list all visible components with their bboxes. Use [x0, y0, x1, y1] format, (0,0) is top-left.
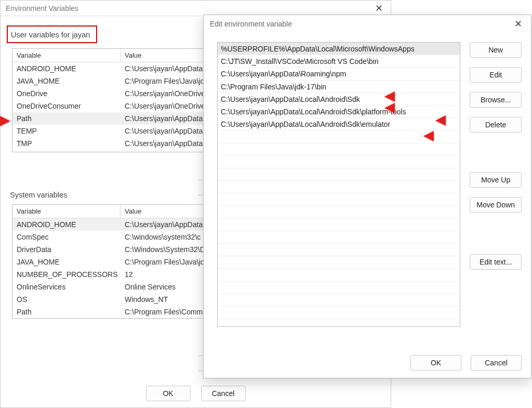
var-name-cell: Path — [12, 113, 121, 124]
var-name-cell: OneDrive — [12, 88, 121, 99]
list-item[interactable] — [218, 168, 460, 181]
list-item[interactable]: C:\Users\jayan\AppData\Local\Android\Sdk… — [218, 106, 460, 118]
list-item[interactable] — [218, 282, 460, 294]
list-item[interactable] — [218, 294, 460, 307]
list-item[interactable] — [218, 130, 460, 143]
edit-button[interactable]: Edit — [470, 67, 522, 83]
list-item[interactable] — [218, 143, 460, 156]
list-item[interactable]: C:\Users\jayan\AppData\Local\Android\Sdk — [218, 93, 460, 106]
edit-dialog-titlebar: Edit environment variable ✕ — [204, 15, 531, 33]
ok-button[interactable]: OK — [146, 386, 191, 401]
var-name-cell: ANDROID_HOME — [12, 219, 121, 230]
cancel-button[interactable]: Cancel — [201, 386, 246, 401]
list-item[interactable] — [218, 231, 460, 244]
var-name-cell: NUMBER_OF_PROCESSORS — [12, 269, 121, 280]
list-item[interactable] — [218, 156, 460, 168]
list-item[interactable] — [218, 307, 460, 319]
close-icon[interactable]: ✕ — [372, 3, 385, 14]
list-item[interactable] — [218, 181, 460, 193]
env-dialog-titlebar: Environment Variables ✕ — [1, 1, 391, 16]
edit-dialog-title: Edit environment variable — [210, 20, 511, 28]
user-col-variable[interactable]: Variable — [12, 49, 121, 62]
var-name-cell: OnlineServices — [12, 282, 121, 292]
list-item[interactable]: C:\Program Files\Java\jdk-17\bin — [218, 81, 460, 93]
move-down-button[interactable]: Move Down — [470, 197, 522, 213]
var-name-cell: ComSpec — [12, 232, 121, 242]
close-icon[interactable]: ✕ — [511, 18, 525, 30]
list-item[interactable]: C:\Users\jayan\AppData\Roaming\npm — [218, 68, 460, 80]
var-name-cell: TMP — [12, 138, 121, 149]
var-name-cell: JAVA_HOME — [12, 257, 121, 267]
list-item[interactable] — [218, 269, 460, 281]
edit-dialog-bottom-buttons: OK Cancel — [410, 355, 522, 371]
list-item[interactable] — [218, 206, 460, 218]
var-name-cell: ANDROID_HOME — [12, 63, 121, 74]
list-item[interactable]: %USERPROFILE%\AppData\Local\Microsoft\Wi… — [218, 43, 460, 55]
sys-col-variable[interactable]: Variable — [12, 205, 121, 218]
ok-button[interactable]: OK — [410, 355, 461, 371]
edit-dialog-body: %USERPROFILE%\AppData\Local\Microsoft\Wi… — [204, 33, 531, 336]
edit-dialog-side-buttons: New Edit Browse... Delete Move Up Move D… — [470, 42, 522, 327]
browse-button[interactable]: Browse... — [470, 92, 522, 108]
var-name-cell: Path — [12, 307, 121, 317]
new-button[interactable]: New — [470, 42, 522, 58]
edit-text-button[interactable]: Edit text... — [470, 254, 522, 270]
var-name-cell: OneDriveConsumer — [12, 101, 121, 111]
var-name-cell: TEMP — [12, 126, 121, 136]
list-item[interactable]: C:\Users\jayan\AppData\Local\Android\Sdk… — [218, 118, 460, 130]
list-item[interactable] — [218, 256, 460, 269]
var-name-cell: DriverData — [12, 244, 121, 255]
user-vars-heading-highlight: User variables for jayan — [7, 25, 97, 43]
list-item[interactable] — [218, 244, 460, 256]
env-dialog-title: Environment Variables — [6, 4, 372, 12]
list-item[interactable]: C:\JT\SW_Install\VSCode\Microsoft VS Cod… — [218, 55, 460, 68]
list-item[interactable] — [218, 219, 460, 231]
var-name-cell: OS — [12, 294, 121, 305]
var-name-cell: JAVA_HOME — [12, 76, 121, 86]
cancel-button[interactable]: Cancel — [471, 355, 522, 371]
edit-env-var-dialog: Edit environment variable ✕ %USERPROFILE… — [203, 15, 531, 378]
user-vars-heading: User variables for jayan — [11, 31, 90, 39]
delete-button[interactable]: Delete — [470, 117, 522, 133]
list-item[interactable] — [218, 193, 460, 206]
env-dialog-bottom-buttons: OK Cancel — [1, 386, 391, 401]
path-entries-list[interactable]: %USERPROFILE%\AppData\Local\Microsoft\Wi… — [217, 42, 460, 327]
move-up-button[interactable]: Move Up — [470, 172, 522, 188]
